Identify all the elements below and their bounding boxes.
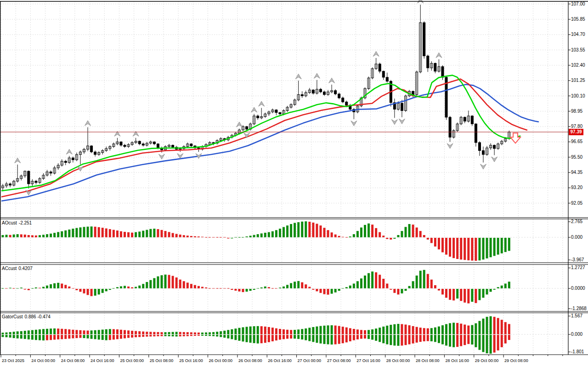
histogram-bar xyxy=(157,229,159,237)
histogram-bar xyxy=(190,335,192,336)
histogram-bar xyxy=(449,289,451,300)
histogram-bar xyxy=(390,325,392,334)
histogram-bar xyxy=(390,238,392,240)
sell-signal-arrow-icon xyxy=(510,133,520,143)
histogram-bar xyxy=(53,233,56,237)
trading-chart-window: 107.00105.85104.70103.55102.40101.25100.… xyxy=(0,0,588,368)
histogram-bar xyxy=(360,278,362,288)
histogram-bar xyxy=(90,226,93,237)
histogram-bar xyxy=(283,287,285,288)
histogram-bar xyxy=(168,332,170,334)
histogram-bar xyxy=(312,327,314,334)
histogram-bar xyxy=(149,335,152,336)
histogram-bar xyxy=(294,223,296,238)
histogram-bar xyxy=(35,335,37,340)
histogram-bar xyxy=(271,231,274,237)
histogram-bar xyxy=(194,335,196,336)
histogram-bar xyxy=(105,289,107,291)
ac-scale-label: -1.2868 xyxy=(571,306,587,311)
histogram-bar xyxy=(234,289,237,291)
histogram-bar xyxy=(50,234,52,237)
histogram-bar xyxy=(508,282,510,288)
histogram-bar xyxy=(75,335,78,338)
histogram-bar xyxy=(13,332,15,334)
histogram-bar xyxy=(246,327,248,334)
histogram-bar xyxy=(486,238,488,259)
histogram-bar xyxy=(475,238,477,261)
price-tick-label: 101.25 xyxy=(571,78,585,83)
histogram-bar xyxy=(90,335,93,339)
price-tick-label: 103.55 xyxy=(571,47,585,53)
histogram-bar xyxy=(149,332,152,334)
histogram-bar xyxy=(6,235,8,237)
histogram-bar xyxy=(164,335,167,336)
histogram-bar xyxy=(53,335,56,339)
histogram-bar xyxy=(187,332,189,334)
gator-indicator-name: GatorCust xyxy=(2,314,23,319)
histogram-bar xyxy=(308,222,311,237)
histogram-bar xyxy=(105,335,107,340)
histogram-bar xyxy=(231,289,233,290)
histogram-bar xyxy=(360,335,362,339)
histogram-bar xyxy=(17,234,19,237)
histogram-bar xyxy=(109,229,111,237)
histogram-bar xyxy=(275,328,277,334)
histogram-bar xyxy=(157,332,159,334)
histogram-bar xyxy=(408,335,411,345)
histogram-bar xyxy=(475,289,477,303)
histogram-bar xyxy=(423,328,425,334)
histogram-bar xyxy=(460,324,462,334)
histogram-bar xyxy=(319,326,322,334)
histogram-bar xyxy=(427,335,429,341)
time-tick-label: 23 Oct 2025 xyxy=(2,358,24,363)
histogram-bar xyxy=(242,335,244,341)
histogram-bar xyxy=(501,320,503,334)
histogram-bar xyxy=(401,335,403,345)
histogram-bar xyxy=(445,238,447,255)
histogram-bar xyxy=(68,329,70,334)
histogram-bar xyxy=(312,223,314,237)
histogram-bar xyxy=(423,235,425,237)
histogram-bar xyxy=(9,335,11,338)
histogram-bar xyxy=(160,275,163,288)
histogram-bar xyxy=(334,326,337,334)
histogram-bar xyxy=(120,286,122,288)
histogram-bar xyxy=(419,335,422,342)
histogram-bar xyxy=(109,335,111,340)
time-tick-label: 25 Oct 08:00 xyxy=(150,358,174,363)
histogram-bar xyxy=(116,335,119,339)
histogram-bar xyxy=(338,326,340,334)
histogram-bar xyxy=(183,335,185,336)
histogram-bar xyxy=(253,326,255,334)
histogram-bar xyxy=(368,273,370,288)
histogram-bar xyxy=(356,231,359,237)
histogram-bar xyxy=(242,327,244,334)
histogram-bar xyxy=(153,335,155,336)
histogram-bar xyxy=(508,238,510,251)
histogram-bar xyxy=(319,225,322,237)
histogram-bar xyxy=(456,238,458,259)
histogram-bar xyxy=(242,289,244,292)
ac-scale-label: 0.0000 xyxy=(571,286,585,291)
price-tick-label: 100.10 xyxy=(571,93,585,99)
histogram-bar xyxy=(79,289,81,292)
histogram-bar xyxy=(124,330,126,334)
histogram-bar xyxy=(342,335,344,343)
histogram-bar xyxy=(301,335,303,339)
histogram-bar xyxy=(24,235,26,237)
histogram-bar xyxy=(305,328,307,334)
histogram-bar xyxy=(305,335,307,340)
fractal-up-arrow-icon xyxy=(259,101,265,106)
histogram-bar xyxy=(368,335,370,339)
histogram-bar xyxy=(279,229,281,237)
histogram-bar xyxy=(375,272,377,288)
histogram-bar xyxy=(434,328,436,334)
histogram-bar xyxy=(24,331,26,334)
histogram-bar xyxy=(135,287,137,289)
price-tick-label: 102.40 xyxy=(571,63,585,68)
histogram-bar xyxy=(105,329,107,334)
histogram-bar xyxy=(452,238,455,258)
chart-canvas[interactable] xyxy=(0,0,588,368)
histogram-bar xyxy=(220,331,222,334)
histogram-bar xyxy=(452,323,455,335)
